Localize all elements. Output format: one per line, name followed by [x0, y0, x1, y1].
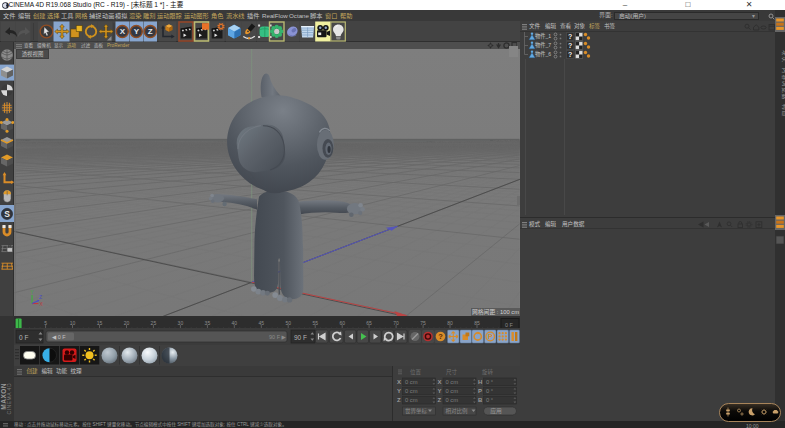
svg-text:30: 30 — [178, 320, 184, 326]
svg-text:Z: Z — [438, 397, 442, 403]
svg-text:S: S — [4, 209, 10, 219]
svg-text:80: 80 — [447, 320, 453, 326]
svg-text:旋转: 旋转 — [482, 368, 494, 376]
svg-text:0 cm: 0 cm — [446, 388, 459, 394]
svg-text:40: 40 — [232, 320, 238, 326]
svg-text:0 cm: 0 cm — [446, 397, 459, 403]
svg-text:0 °: 0 ° — [486, 379, 493, 385]
svg-text:?: ? — [568, 33, 572, 40]
svg-text:85: 85 — [474, 320, 480, 326]
svg-text:Z: Z — [39, 294, 42, 300]
svg-text:90 F: 90 F — [294, 334, 307, 341]
svg-text:X: X — [120, 27, 126, 36]
svg-text:50: 50 — [285, 320, 291, 326]
svg-text:0 F: 0 F — [505, 322, 514, 328]
svg-text:0 °: 0 ° — [486, 388, 493, 394]
svg-text:5: 5 — [44, 320, 47, 326]
svg-text:0 cm: 0 cm — [405, 379, 418, 385]
svg-text:X: X — [397, 379, 401, 385]
svg-text:P: P — [488, 333, 493, 340]
svg-text:90 F ▶: 90 F ▶ — [269, 334, 287, 340]
svg-text:?: ? — [568, 51, 572, 58]
svg-text:Z: Z — [148, 27, 153, 36]
svg-text:X: X — [438, 379, 442, 385]
svg-text:0 °: 0 ° — [486, 397, 493, 403]
svg-text:65: 65 — [366, 320, 372, 326]
svg-text:◀ 0 F: ◀ 0 F — [52, 334, 66, 340]
svg-text:Y: Y — [134, 27, 140, 36]
svg-text:35: 35 — [205, 320, 211, 326]
svg-text:0 cm: 0 cm — [446, 379, 459, 385]
svg-text:0 cm: 0 cm — [405, 397, 418, 403]
svg-text:10: 10 — [70, 320, 76, 326]
svg-text:Z: Z — [397, 397, 401, 403]
svg-text:尺寸: 尺寸 — [446, 368, 458, 376]
svg-text:60: 60 — [339, 320, 345, 326]
svg-text:?: ? — [568, 42, 572, 49]
svg-text:H: H — [478, 379, 482, 385]
svg-text:75: 75 — [420, 320, 426, 326]
svg-text:Y: Y — [438, 388, 442, 394]
svg-text:?: ? — [438, 332, 443, 341]
svg-text:25: 25 — [151, 320, 157, 326]
svg-text:20: 20 — [124, 320, 130, 326]
svg-text:15: 15 — [97, 320, 103, 326]
svg-text:世界坐标: 世界坐标 — [405, 407, 428, 415]
svg-text:0 cm: 0 cm — [405, 388, 418, 394]
svg-text:0 F: 0 F — [19, 334, 28, 341]
svg-text:位置: 位置 — [410, 368, 422, 375]
svg-text:55: 55 — [312, 320, 318, 326]
svg-text:70: 70 — [393, 320, 399, 326]
svg-text:应用: 应用 — [490, 407, 502, 415]
svg-text:P: P — [478, 388, 482, 394]
svg-text:Y: Y — [397, 388, 401, 394]
svg-text:相对比例: 相对比例 — [446, 407, 469, 415]
svg-text:B: B — [478, 397, 483, 403]
svg-text:45: 45 — [259, 320, 265, 326]
